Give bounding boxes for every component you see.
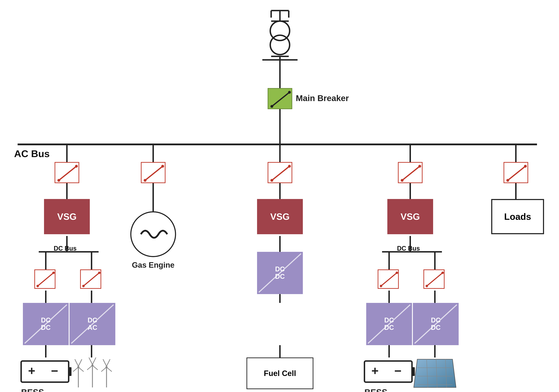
- breaker-red-right[interactable]: [398, 162, 423, 183]
- bess-svg-2: + −: [363, 357, 416, 386]
- svg-line-64: [78, 359, 82, 366]
- svg-point-88: [418, 165, 421, 168]
- svg-line-63: [75, 359, 78, 366]
- dc-label-r2-top: DC: [431, 317, 441, 324]
- dc-dc-box-1[interactable]: DC DC: [23, 303, 69, 345]
- breaker-red-dc-1a[interactable]: [34, 270, 56, 289]
- loads-box[interactable]: Loads: [491, 199, 544, 234]
- svg-line-82: [272, 166, 289, 180]
- svg-line-108: [508, 166, 525, 180]
- fuel-cell-box[interactable]: Fuel Cell: [246, 357, 313, 389]
- svg-point-94: [441, 271, 444, 274]
- svg-line-52: [84, 273, 99, 286]
- svg-line-49: [38, 273, 54, 286]
- microgrid-diagram: Main Breaker AC Bus VSG DC Bus: [0, 0, 559, 392]
- dc-label-bot-1: DC: [41, 324, 51, 331]
- b-svg-l: [504, 163, 529, 184]
- dc-bus-label-1: DC Bus: [54, 245, 77, 252]
- svg-point-54: [98, 271, 101, 274]
- svg-point-48: [75, 165, 78, 168]
- breaker-red-dc-2b[interactable]: [423, 270, 445, 289]
- main-breaker-box[interactable]: [268, 88, 292, 109]
- svg-text:+: +: [372, 364, 379, 378]
- svg-line-46: [59, 166, 76, 180]
- breaker-red-1[interactable]: [55, 162, 79, 183]
- vsg-box-3[interactable]: VSG: [387, 199, 433, 234]
- transformer-symbol: [262, 10, 298, 60]
- gas-engine-circle: [130, 211, 176, 257]
- svg-point-44: [270, 105, 273, 108]
- b-svg: [81, 270, 102, 289]
- ac-label-bot-1: AC: [88, 324, 97, 331]
- svg-line-78: [107, 367, 112, 372]
- breaker-red-loads[interactable]: [503, 162, 528, 183]
- svg-point-40: [270, 35, 290, 55]
- b-svg-rd1: [378, 270, 400, 289]
- svg-text:−: −: [394, 364, 402, 378]
- svg-text:−: −: [51, 364, 58, 378]
- vsg-box-1[interactable]: VSG: [44, 199, 90, 234]
- svg-marker-101: [414, 359, 456, 387]
- b-svg-gas: [141, 163, 166, 184]
- wind-symbol: [70, 357, 115, 389]
- svg-line-75: [103, 359, 107, 366]
- svg-point-45: [288, 91, 291, 94]
- breaker-red-center[interactable]: [268, 162, 292, 183]
- bess-symbol-2: + −: [363, 357, 416, 386]
- b-svg-rd2: [424, 270, 445, 289]
- bess-symbol-1: + −: [19, 357, 72, 386]
- dc-dc-box-r1[interactable]: DC DC: [366, 303, 412, 345]
- vsg-box-2[interactable]: VSG: [257, 199, 303, 234]
- svg-point-87: [401, 179, 403, 182]
- svg-line-66: [78, 367, 84, 372]
- dc-dc-box-r2[interactable]: DC DC: [413, 303, 459, 345]
- svg-text:+: +: [28, 364, 35, 378]
- dc-ac-box-1[interactable]: DC AC: [70, 303, 115, 345]
- svg-line-86: [402, 166, 420, 180]
- dc-label-c-top: DC: [275, 265, 285, 273]
- breaker-red-dc-1b[interactable]: [80, 270, 101, 289]
- dc-label-r1-top: DC: [384, 317, 394, 324]
- svg-line-89: [381, 273, 397, 286]
- svg-point-110: [524, 165, 527, 168]
- svg-point-80: [144, 179, 147, 182]
- svg-point-91: [396, 271, 398, 274]
- breaker-switch-svg-1: [55, 163, 80, 184]
- bess-svg-1: + −: [19, 357, 72, 386]
- dc-dc-box-center[interactable]: DC DC: [257, 252, 303, 294]
- wind-svg: [70, 357, 115, 389]
- breaker-switch-svg: [268, 89, 293, 110]
- svg-line-65: [73, 367, 78, 372]
- svg-line-72: [93, 365, 98, 370]
- breaker-red-gas[interactable]: [141, 162, 166, 183]
- svg-line-79: [145, 166, 163, 180]
- svg-line-71: [87, 365, 93, 370]
- svg-point-83: [270, 179, 273, 182]
- dc-label-r2-bot: DC: [431, 324, 441, 331]
- b-svg: [35, 270, 56, 289]
- dc-label-top-2: DC: [88, 317, 97, 324]
- gas-engine-label: Gas Engine: [123, 261, 183, 270]
- solar-svg: [410, 356, 459, 391]
- bess-label-2: BESS: [364, 387, 388, 392]
- svg-line-69: [89, 357, 93, 364]
- breaker-red-dc-2a[interactable]: [378, 270, 399, 289]
- ac-bus-label: AC Bus: [14, 148, 50, 159]
- dc-label-c-bot: DC: [275, 273, 285, 280]
- svg-point-81: [161, 165, 164, 168]
- b-svg-r: [399, 163, 423, 184]
- svg-line-76: [107, 359, 110, 366]
- svg-point-53: [82, 285, 85, 287]
- svg-point-109: [506, 179, 509, 182]
- svg-line-77: [101, 367, 107, 372]
- dc-bus-label-2: DC Bus: [397, 245, 420, 252]
- svg-point-90: [380, 285, 382, 287]
- solar-symbol: [410, 356, 459, 391]
- b-svg-c: [268, 163, 293, 184]
- svg-point-50: [37, 285, 39, 287]
- svg-line-70: [93, 357, 96, 364]
- dc-label-top-1: DC: [41, 317, 51, 324]
- svg-line-43: [272, 92, 289, 106]
- svg-point-84: [288, 165, 291, 168]
- svg-point-51: [52, 271, 55, 274]
